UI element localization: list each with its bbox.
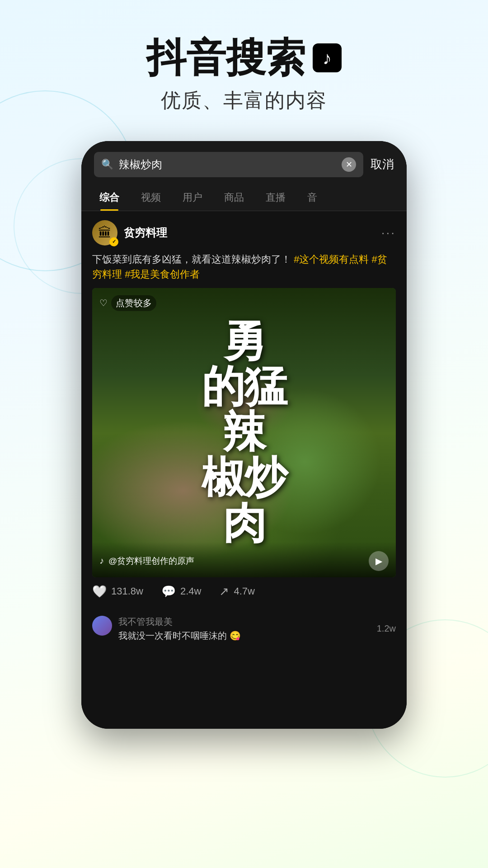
play-button[interactable]: ▶ [369, 551, 389, 571]
tiktok-mini-icon: ♪ [99, 556, 104, 566]
comment-icon: 💬 [161, 585, 176, 599]
app-title: 抖音搜索 ♪ [146, 36, 342, 80]
post-header: 🏛 ✓ 贫穷料理 ··· [92, 220, 396, 245]
phone-frame: 🔍 辣椒炒肉 ✕ 取消 综合 视频 用户 商品 [81, 141, 407, 729]
heart-badge-icon: ♡ [99, 297, 108, 308]
tab-视频[interactable]: 视频 [130, 184, 172, 211]
video-audio-info: ♪ @贫穷料理创作的原声 [99, 555, 194, 567]
author-avatar-container: 🏛 ✓ [92, 220, 117, 245]
comments-count[interactable]: 💬 2.4w [161, 585, 201, 599]
phone-mockup-wrapper: 🔍 辣椒炒肉 ✕ 取消 综合 视频 用户 商品 [0, 141, 488, 729]
shares-value: 4.7w [234, 585, 254, 597]
post-body-text: 下饭菜到底有多凶猛，就看这道辣椒炒肉了！ [92, 254, 291, 265]
badge-label: 点赞较多 [111, 295, 156, 311]
commenter-avatar [92, 616, 112, 636]
phone-inner: 🔍 辣椒炒肉 ✕ 取消 综合 视频 用户 商品 [81, 141, 407, 729]
comment-content: 我不管我最美 我就没一次看时不咽唾沫的 😋 [118, 616, 371, 642]
share-icon: ↗ [219, 585, 229, 599]
header-section: 抖音搜索 ♪ 优质、丰富的内容 [0, 0, 488, 132]
search-query: 辣椒炒肉 [119, 157, 336, 172]
post-meta-left: 🏛 ✓ 贫穷料理 [92, 220, 167, 245]
tab-商品[interactable]: 商品 [213, 184, 255, 211]
search-box[interactable]: 🔍 辣椒炒肉 ✕ [94, 152, 363, 177]
content-area: 🏛 ✓ 贫穷料理 ··· 下饭菜到底有多凶猛，就看这道辣椒炒肉了！ #这个视频有… [81, 211, 407, 729]
author-name[interactable]: 贫穷料理 [124, 226, 167, 240]
post-card: 🏛 ✓ 贫穷料理 ··· 下饭菜到底有多凶猛，就看这道辣椒炒肉了！ #这个视频有… [81, 211, 407, 611]
search-clear-button[interactable]: ✕ [342, 157, 356, 172]
engagement-bar: 🤍 131.8w 💬 2.4w ↗ 4.7w [92, 577, 396, 602]
hashtag-3[interactable]: #我是美食创作者 [125, 269, 200, 280]
video-thumbnail[interactable]: ♡ 点赞较多 勇的猛辣椒炒肉 ♪ [92, 288, 396, 577]
app-title-text: 抖音搜索 [146, 36, 305, 80]
tab-bar: 综合 视频 用户 商品 直播 音 [81, 184, 407, 211]
tab-综合[interactable]: 综合 [89, 184, 130, 211]
search-icon: 🔍 [101, 159, 113, 170]
hashtag-1[interactable]: #这个视频有点料 [294, 254, 369, 265]
post-text: 下饭菜到底有多凶猛，就看这道辣椒炒肉了！ #这个视频有点料 #贫穷料理 #我是美… [92, 252, 396, 282]
avatar-icon: 🏛 [98, 225, 112, 241]
comment-preview: 我不管我最美 我就没一次看时不咽唾沫的 😋 1.2w [81, 611, 407, 646]
search-area: 🔍 辣椒炒肉 ✕ 取消 [81, 141, 407, 184]
verified-badge: ✓ [109, 237, 118, 246]
video-title-overlay: 勇的猛辣椒炒肉 [202, 319, 286, 547]
likes-value: 131.8w [111, 585, 143, 597]
comment-text: 我就没一次看时不咽唾沫的 😋 [118, 630, 371, 642]
shares-count[interactable]: ↗ 4.7w [219, 585, 254, 599]
tab-直播[interactable]: 直播 [255, 184, 296, 211]
video-bottom-bar: ♪ @贫穷料理创作的原声 ▶ [92, 542, 396, 577]
tab-音[interactable]: 音 [296, 184, 328, 211]
tab-用户[interactable]: 用户 [172, 184, 213, 211]
likes-count[interactable]: 🤍 131.8w [92, 585, 143, 599]
video-badge: ♡ 点赞较多 [99, 295, 156, 311]
comment-count: 1.2w [377, 623, 396, 634]
audio-label: @贫穷料理创作的原声 [108, 555, 194, 567]
like-icon: 🤍 [92, 585, 107, 599]
commenter-name[interactable]: 我不管我最美 [118, 616, 371, 628]
app-subtitle: 优质、丰富的内容 [0, 87, 488, 114]
comments-value: 2.4w [180, 585, 201, 597]
more-options-button[interactable]: ··· [381, 226, 396, 240]
tiktok-logo-icon: ♪ [313, 43, 342, 72]
search-cancel-button[interactable]: 取消 [371, 156, 394, 172]
